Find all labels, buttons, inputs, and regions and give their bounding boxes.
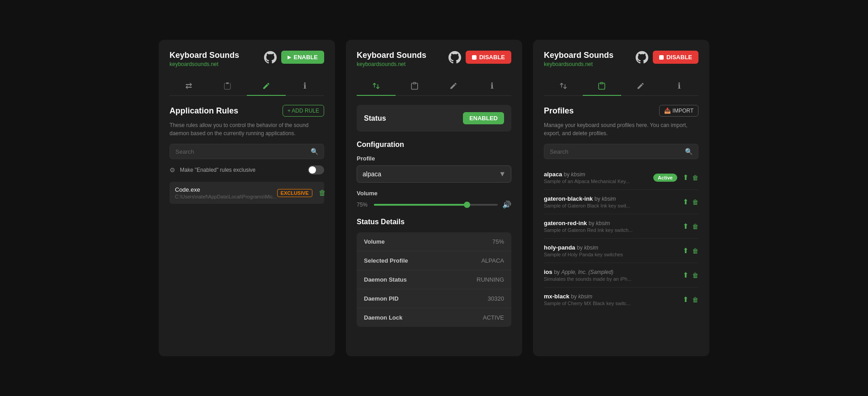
- profile-name-alpaca: alpaca by kbsim: [544, 171, 653, 178]
- right-section-title: Profiles: [544, 106, 574, 116]
- profile-by-ios: by Apple, Inc. (Sampled): [554, 269, 613, 275]
- tab-middle-rules[interactable]: [434, 76, 473, 95]
- status-row-volume-label: Volume: [364, 238, 385, 245]
- enable-button[interactable]: ▶ ENABLE: [281, 51, 324, 64]
- delete-holy-panda-icon[interactable]: 🗑: [692, 247, 698, 255]
- export-alpaca-icon[interactable]: ⬆: [683, 173, 689, 182]
- config-section: Configuration Profile alpaca ▼ Volume 75…: [357, 141, 511, 209]
- status-row-volume-value: 75%: [492, 238, 504, 245]
- export-holy-panda-icon[interactable]: ⬆: [683, 246, 689, 255]
- rule-badge: EXCLUSIVE: [277, 189, 312, 197]
- play-icon: ▶: [288, 55, 291, 60]
- enable-button-label: ENABLE: [294, 54, 318, 61]
- tab-left-swap[interactable]: ⇄: [170, 76, 208, 95]
- svg-rect-0: [226, 83, 229, 84]
- tab-right-info[interactable]: ℹ: [660, 76, 699, 95]
- profile-item-ios: ios by Apple, Inc. (Sampled) Simulates t…: [544, 263, 698, 288]
- tab-left-info[interactable]: ℹ: [286, 76, 325, 95]
- middle-panel: Keyboard Sounds keyboardsounds.net DISAB…: [346, 40, 522, 356]
- import-button[interactable]: 📥 IMPORT: [659, 105, 698, 117]
- toggle-label: Make "Enabled" rules exclusive: [180, 167, 303, 173]
- tab-right-swap[interactable]: [544, 76, 583, 95]
- github-icon[interactable]: [264, 51, 277, 64]
- status-row-daemon-lock-value: ACTIVE: [483, 314, 504, 321]
- delete-mx-black-icon[interactable]: 🗑: [692, 296, 698, 303]
- add-rule-button[interactable]: + ADD RULE: [283, 105, 324, 117]
- stop-icon-middle: [472, 55, 476, 60]
- svg-rect-2: [600, 83, 603, 84]
- volume-slider-track[interactable]: [374, 204, 498, 206]
- status-row-profile-label: Selected Profile: [364, 257, 408, 264]
- profile-info-holy-panda: holy-panda by kbsim Sample of Holy Panda…: [544, 244, 683, 257]
- tab-right-clipboard[interactable]: [583, 76, 622, 95]
- toggle-knob: [309, 166, 316, 174]
- profile-desc-mx-black: Sample of Cherry MX Black key switc...: [544, 301, 683, 306]
- export-gateron-red-ink-icon[interactable]: ⬆: [683, 222, 689, 231]
- delete-gateron-red-ink-icon[interactable]: 🗑: [692, 223, 698, 230]
- status-row-daemon-pid-label: Daemon PID: [364, 295, 399, 302]
- svg-rect-1: [413, 83, 416, 84]
- right-panel-header: Keyboard Sounds keyboardsounds.net DISAB…: [544, 51, 698, 67]
- profile-select[interactable]: alpaca: [357, 165, 511, 183]
- rule-path: C:\Users\natef\AppData\Local\Programs\Mi…: [175, 194, 277, 199]
- profile-actions-holy-panda: ⬆ 🗑: [683, 246, 698, 255]
- rule-name: Code.exe: [175, 186, 277, 193]
- profile-actions-gateron-black-ink: ⬆ 🗑: [683, 198, 698, 206]
- export-gateron-black-ink-icon[interactable]: ⬆: [683, 198, 689, 206]
- profile-item-gateron-black-ink: gateron-black-ink by kbsim Sample of Gat…: [544, 190, 698, 214]
- left-section-desc: These rules allow you to control the beh…: [170, 121, 324, 137]
- tab-middle-swap[interactable]: [357, 76, 396, 95]
- volume-row: 75% 🔊: [357, 200, 511, 209]
- import-label: IMPORT: [673, 108, 693, 114]
- profile-list: alpaca by kbsim Sample of an Alpaca Mech…: [544, 165, 698, 311]
- status-row-profile: Selected Profile ALPACA: [357, 251, 511, 270]
- right-section-title-row: Profiles 📥 IMPORT: [544, 105, 698, 117]
- gear-icon: ⚙: [170, 166, 175, 174]
- exclusive-toggle[interactable]: [308, 165, 324, 174]
- profile-desc-ios: Simulates the sounds made by an iPh...: [544, 276, 683, 282]
- right-search-box: 🔍: [544, 144, 698, 159]
- right-panel-subtitle: keyboardsounds.net: [544, 61, 613, 67]
- right-search-input[interactable]: [550, 148, 681, 155]
- tab-middle-info[interactable]: ℹ: [473, 76, 512, 95]
- status-badge: ENABLED: [463, 112, 504, 124]
- middle-header-actions: DISABLE: [448, 51, 511, 64]
- profile-desc-holy-panda: Sample of Holy Panda key switches: [544, 252, 683, 257]
- tab-left-clipboard[interactable]: [208, 76, 247, 95]
- github-icon-middle[interactable]: [448, 51, 461, 64]
- left-panel: Keyboard Sounds keyboardsounds.net ▶ ENA…: [159, 40, 335, 356]
- status-row-daemon-status-value: RUNNING: [476, 276, 504, 283]
- profile-info-gateron-red-ink: gateron-red-ink by kbsim Sample of Gater…: [544, 220, 683, 233]
- delete-rule-icon[interactable]: 🗑: [319, 189, 326, 197]
- profile-by-holy-panda: by kbsim: [577, 245, 598, 251]
- profile-desc-gateron-black-ink: Sample of Gateron Black Ink key swit...: [544, 203, 683, 208]
- profile-by-mx-black: by kbsim: [571, 293, 592, 300]
- middle-disable-button[interactable]: DISABLE: [466, 51, 511, 64]
- left-search-input[interactable]: [175, 148, 307, 155]
- tab-left-rules[interactable]: [247, 76, 286, 95]
- tab-right-rules[interactable]: [621, 76, 660, 95]
- right-panel: Keyboard Sounds keyboardsounds.net DISAB…: [533, 40, 709, 356]
- left-panel-header: Keyboard Sounds keyboardsounds.net ▶ ENA…: [170, 51, 324, 67]
- delete-gateron-black-ink-icon[interactable]: 🗑: [692, 198, 698, 206]
- rule-info: Code.exe C:\Users\natef\AppData\Local\Pr…: [175, 186, 277, 199]
- stop-icon-right: [659, 55, 664, 60]
- export-mx-black-icon[interactable]: ⬆: [683, 295, 689, 304]
- profile-by-gateron-red-ink: by kbsim: [589, 220, 610, 226]
- delete-ios-icon[interactable]: 🗑: [692, 272, 698, 279]
- delete-alpaca-icon[interactable]: 🗑: [692, 174, 698, 181]
- status-table: Volume 75% Selected Profile ALPACA Daemo…: [357, 232, 511, 327]
- tab-middle-clipboard[interactable]: [396, 76, 434, 95]
- github-icon-right[interactable]: [636, 51, 648, 64]
- status-label: Status: [364, 114, 386, 123]
- right-panel-title: Keyboard Sounds: [544, 51, 613, 60]
- rule-actions: EXCLUSIVE 🗑: [277, 189, 326, 197]
- left-search-box: 🔍: [170, 144, 324, 159]
- profile-by-gateron-black-ink: by kbsim: [594, 196, 616, 202]
- profile-actions-gateron-red-ink: ⬆ 🗑: [683, 222, 698, 231]
- left-search-icon: 🔍: [311, 148, 318, 155]
- export-ios-icon[interactable]: ⬆: [683, 271, 689, 279]
- profile-name-holy-panda: holy-panda by kbsim: [544, 244, 683, 251]
- right-disable-button[interactable]: DISABLE: [653, 51, 698, 64]
- volume-slider-fill: [374, 204, 467, 206]
